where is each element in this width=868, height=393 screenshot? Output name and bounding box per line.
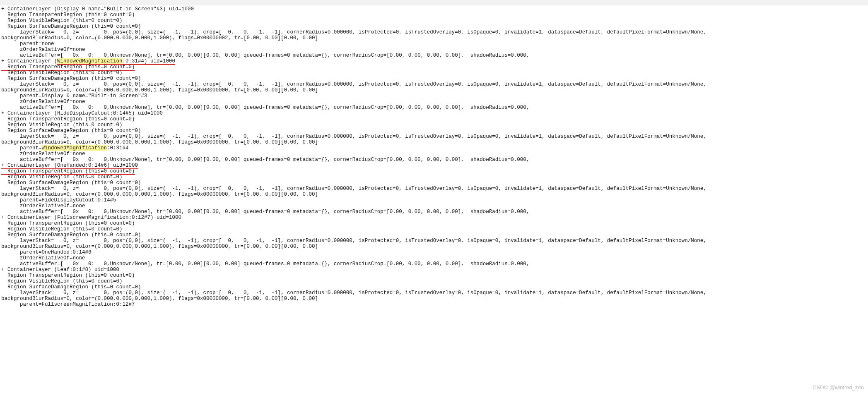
log-line: layerStack= 0, z= 0, pos=(0,0), size=( -… xyxy=(1,29,706,35)
log-line: Region VisibleRegion (this=0 count=0) xyxy=(1,226,123,232)
log-line: layerStack= 0, z= 0, pos=(0,0), size=( -… xyxy=(1,186,706,192)
log-line: Region VisibleRegion (this=0 count=0) xyxy=(1,278,123,284)
log-line: layerStack= 0, z= 0, pos=(0,0), size=( -… xyxy=(1,290,706,296)
log-line: layerStack= 0, z= 0, pos=(0,0), size=( -… xyxy=(1,134,706,139)
log-line: Region TransparentRegion (this=0 count=0… xyxy=(1,273,135,278)
log-line: zOrderRelativeOf=none xyxy=(1,255,85,261)
log-line: backgroundBlurRadius=0, color=(0.000,0.0… xyxy=(1,296,318,302)
log-line: activeBuffer=[ 0x 0: 0,Unknown/None], tr… xyxy=(1,261,529,267)
log-line: parent=none xyxy=(1,41,54,47)
log-line: activeBuffer=[ 0x 0: 0,Unknown/None], tr… xyxy=(1,157,529,163)
log-line: Region SurfaceDamageRegion (this=0 count… xyxy=(1,24,141,29)
log-line: backgroundBlurRadius=0, color=(0.000,0.0… xyxy=(1,139,318,145)
log-line: zOrderRelativeOf=none xyxy=(1,151,85,157)
highlight-match: WindowedMagnification xyxy=(42,145,107,151)
log-line: parent=OneHanded:0:14#6 xyxy=(1,249,92,255)
log-line: + ContainerLayer (FullscreenMagnificatio… xyxy=(1,215,181,220)
log-line: + ContainerLayer (Display 0 name="Built-… xyxy=(1,6,194,12)
log-line: parent=FullscreenMagnification:0:12#7 xyxy=(1,302,135,307)
log-line: parent=Display 0 name="Built-in Screen"#… xyxy=(1,93,147,99)
highlight-match: WindowedMagnification xyxy=(57,58,123,64)
log-line: Region TransparentRegion (this=0 count=0… xyxy=(1,116,135,122)
log-line: Region SurfaceDamageRegion (this=0 count… xyxy=(1,76,141,81)
log-line: backgroundBlurRadius=0, color=(0.000,0.0… xyxy=(1,244,318,249)
log-line: Region SurfaceDamageRegion (this=0 count… xyxy=(1,232,141,238)
log-line: activeBuffer=[ 0x 0: 0,Unknown/None], tr… xyxy=(1,105,529,110)
log-line: parent=HideDisplayCutout:0:14#5 xyxy=(1,197,116,203)
log-line: zOrderRelativeOf=none xyxy=(1,99,85,105)
log-line: layerStack= 0, z= 0, pos=(0,0), size=( -… xyxy=(1,238,706,244)
window-toolbar xyxy=(0,0,868,5)
log-line: Region SurfaceDamageRegion (this=0 count… xyxy=(1,284,141,290)
log-line: zOrderRelativeOf=none xyxy=(1,47,85,53)
log-line: + ContainerLayer (HideDisplayCutout:0:14… xyxy=(1,110,163,116)
log-line: activeBuffer=[ 0x 0: 0,Unknown/None], tr… xyxy=(1,209,529,215)
log-line: + ContainerLayer (Leaf:0:1#8) uid=1000 xyxy=(1,267,119,273)
log-line: parent=WindowedMagnification:0:31#4 xyxy=(1,145,129,151)
log-line: Region SurfaceDamageRegion (this=0 count… xyxy=(1,128,141,134)
log-line: Region VisibleRegion (this=0 count=0) xyxy=(1,174,123,180)
log-line: backgroundBlurRadius=0, color=(0.000,0.0… xyxy=(1,87,318,93)
log-line: Region VisibleRegion (this=0 count=0) xyxy=(1,70,123,76)
log-line: Region SurfaceDamageRegion (this=0 count… xyxy=(1,180,141,186)
log-line: Region VisibleRegion (this=0 count=0) xyxy=(1,18,123,24)
log-line: Region TransparentRegion (this=0 count=0… xyxy=(1,12,135,18)
log-line: activeBuffer=[ 0x 0: 0,Unknown/None], tr… xyxy=(1,53,529,58)
log-line: backgroundBlurRadius=0, color=(0.000,0.0… xyxy=(1,35,318,41)
log-output[interactable]: + ContainerLayer (Display 0 name="Built-… xyxy=(0,5,867,307)
log-line: backgroundBlurRadius=0, color=(0.000,0.0… xyxy=(1,192,318,197)
log-line: zOrderRelativeOf=none xyxy=(1,203,85,209)
log-line: Region VisibleRegion (this=0 count=0) xyxy=(1,122,123,128)
log-line: layerStack= 0, z= 0, pos=(0,0), size=( -… xyxy=(1,81,706,87)
log-line: Region TransparentRegion (this=0 count=0… xyxy=(1,220,135,226)
